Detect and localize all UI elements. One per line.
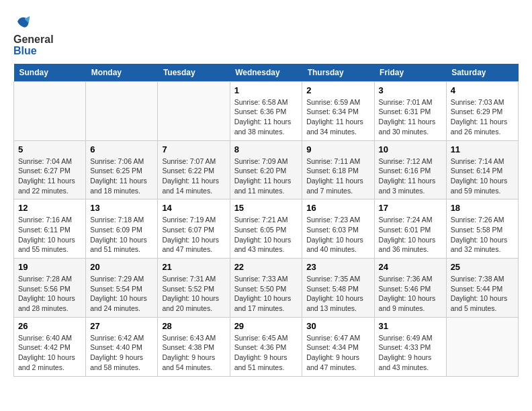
day-info: Sunrise: 7:06 AM Sunset: 6:25 PM Dayligh… xyxy=(90,156,153,196)
page-header: General Blue xyxy=(13,13,519,57)
day-number: 11 xyxy=(451,144,514,154)
day-info: Sunrise: 6:47 AM Sunset: 4:34 PM Dayligh… xyxy=(306,333,369,373)
calendar-cell: 22Sunrise: 7:33 AM Sunset: 5:50 PM Dayli… xyxy=(230,259,302,318)
day-info: Sunrise: 7:21 AM Sunset: 6:05 PM Dayligh… xyxy=(234,215,298,255)
day-info: Sunrise: 7:35 AM Sunset: 5:48 PM Dayligh… xyxy=(306,274,369,314)
day-number: 8 xyxy=(234,144,298,154)
day-info: Sunrise: 7:24 AM Sunset: 6:01 PM Dayligh… xyxy=(379,215,442,255)
day-number: 12 xyxy=(18,203,81,213)
day-info: Sunrise: 7:29 AM Sunset: 5:54 PM Dayligh… xyxy=(90,274,153,314)
calendar-cell: 28Sunrise: 6:43 AM Sunset: 4:38 PM Dayli… xyxy=(158,317,230,376)
logo-icon xyxy=(15,13,31,30)
calendar-cell: 25Sunrise: 7:38 AM Sunset: 5:44 PM Dayli… xyxy=(446,259,518,318)
calendar-week-3: 12Sunrise: 7:16 AM Sunset: 6:11 PM Dayli… xyxy=(14,199,519,259)
day-number: 25 xyxy=(451,262,514,272)
day-number: 30 xyxy=(306,321,369,331)
calendar-cell: 19Sunrise: 7:28 AM Sunset: 5:56 PM Dayli… xyxy=(14,259,86,318)
day-header-monday: Monday xyxy=(86,64,158,82)
calendar-week-4: 19Sunrise: 7:28 AM Sunset: 5:56 PM Dayli… xyxy=(14,259,519,318)
day-header-saturday: Saturday xyxy=(446,64,518,82)
calendar-cell: 18Sunrise: 7:26 AM Sunset: 5:58 PM Dayli… xyxy=(446,199,518,259)
day-number: 29 xyxy=(234,321,298,331)
calendar-cell: 7Sunrise: 7:07 AM Sunset: 6:22 PM Daylig… xyxy=(158,140,230,199)
day-info: Sunrise: 7:36 AM Sunset: 5:46 PM Dayligh… xyxy=(379,274,442,314)
calendar-cell: 20Sunrise: 7:29 AM Sunset: 5:54 PM Dayli… xyxy=(86,259,158,318)
logo: General Blue xyxy=(13,13,54,57)
day-info: Sunrise: 7:07 AM Sunset: 6:22 PM Dayligh… xyxy=(162,156,225,196)
day-info: Sunrise: 7:12 AM Sunset: 6:16 PM Dayligh… xyxy=(379,156,442,196)
calendar-week-2: 5Sunrise: 7:04 AM Sunset: 6:27 PM Daylig… xyxy=(14,140,519,199)
calendar-week-1: 1Sunrise: 6:58 AM Sunset: 6:36 PM Daylig… xyxy=(14,81,519,140)
calendar-cell: 1Sunrise: 6:58 AM Sunset: 6:36 PM Daylig… xyxy=(230,81,302,140)
day-number: 14 xyxy=(162,203,225,213)
day-info: Sunrise: 6:45 AM Sunset: 4:36 PM Dayligh… xyxy=(234,333,298,373)
day-number: 15 xyxy=(234,203,298,213)
day-number: 3 xyxy=(379,85,442,95)
day-number: 10 xyxy=(379,144,442,154)
day-number: 24 xyxy=(379,262,442,272)
day-number: 18 xyxy=(451,203,514,213)
calendar-cell: 17Sunrise: 7:24 AM Sunset: 6:01 PM Dayli… xyxy=(374,199,446,259)
calendar-cell: 16Sunrise: 7:23 AM Sunset: 6:03 PM Dayli… xyxy=(302,199,374,259)
day-number: 19 xyxy=(18,262,81,272)
day-info: Sunrise: 7:04 AM Sunset: 6:27 PM Dayligh… xyxy=(18,156,81,196)
day-info: Sunrise: 6:42 AM Sunset: 4:40 PM Dayligh… xyxy=(90,333,153,373)
day-number: 27 xyxy=(90,321,153,331)
day-number: 4 xyxy=(451,85,514,95)
day-info: Sunrise: 7:09 AM Sunset: 6:20 PM Dayligh… xyxy=(234,156,298,196)
calendar-cell: 29Sunrise: 6:45 AM Sunset: 4:36 PM Dayli… xyxy=(230,317,302,376)
day-info: Sunrise: 7:11 AM Sunset: 6:18 PM Dayligh… xyxy=(306,156,369,196)
calendar-cell: 3Sunrise: 7:01 AM Sunset: 6:31 PM Daylig… xyxy=(374,81,446,140)
calendar-cell: 8Sunrise: 7:09 AM Sunset: 6:20 PM Daylig… xyxy=(230,140,302,199)
calendar-cell: 6Sunrise: 7:06 AM Sunset: 6:25 PM Daylig… xyxy=(86,140,158,199)
calendar-cell: 5Sunrise: 7:04 AM Sunset: 6:27 PM Daylig… xyxy=(14,140,86,199)
calendar-cell: 30Sunrise: 6:47 AM Sunset: 4:34 PM Dayli… xyxy=(302,317,374,376)
day-info: Sunrise: 7:19 AM Sunset: 6:07 PM Dayligh… xyxy=(162,215,225,255)
day-info: Sunrise: 6:59 AM Sunset: 6:34 PM Dayligh… xyxy=(306,97,369,137)
day-info: Sunrise: 6:43 AM Sunset: 4:38 PM Dayligh… xyxy=(162,333,225,373)
day-info: Sunrise: 7:28 AM Sunset: 5:56 PM Dayligh… xyxy=(18,274,81,314)
calendar-cell: 14Sunrise: 7:19 AM Sunset: 6:07 PM Dayli… xyxy=(158,199,230,259)
calendar-cell: 12Sunrise: 7:16 AM Sunset: 6:11 PM Dayli… xyxy=(14,199,86,259)
day-info: Sunrise: 6:40 AM Sunset: 4:42 PM Dayligh… xyxy=(18,333,81,373)
calendar-cell: 10Sunrise: 7:12 AM Sunset: 6:16 PM Dayli… xyxy=(374,140,446,199)
day-number: 31 xyxy=(379,321,442,331)
calendar-cell xyxy=(86,81,158,140)
calendar-cell xyxy=(446,317,518,376)
day-number: 13 xyxy=(90,203,153,213)
logo-line1: General xyxy=(13,34,54,46)
calendar-cell: 21Sunrise: 7:31 AM Sunset: 5:52 PM Dayli… xyxy=(158,259,230,318)
calendar-cell: 31Sunrise: 6:49 AM Sunset: 4:33 PM Dayli… xyxy=(374,317,446,376)
calendar-cell: 13Sunrise: 7:18 AM Sunset: 6:09 PM Dayli… xyxy=(86,199,158,259)
calendar-cell xyxy=(158,81,230,140)
day-number: 20 xyxy=(90,262,153,272)
calendar-cell: 23Sunrise: 7:35 AM Sunset: 5:48 PM Dayli… xyxy=(302,259,374,318)
day-info: Sunrise: 7:38 AM Sunset: 5:44 PM Dayligh… xyxy=(451,274,514,314)
day-header-thursday: Thursday xyxy=(302,64,374,82)
day-info: Sunrise: 6:58 AM Sunset: 6:36 PM Dayligh… xyxy=(234,97,298,137)
day-header-sunday: Sunday xyxy=(14,64,86,82)
day-number: 2 xyxy=(306,85,369,95)
calendar-cell: 4Sunrise: 7:03 AM Sunset: 6:29 PM Daylig… xyxy=(446,81,518,140)
calendar-table: SundayMondayTuesdayWednesdayThursdayFrid… xyxy=(13,64,519,377)
day-number: 7 xyxy=(162,144,225,154)
calendar-cell: 2Sunrise: 6:59 AM Sunset: 6:34 PM Daylig… xyxy=(302,81,374,140)
calendar-week-5: 26Sunrise: 6:40 AM Sunset: 4:42 PM Dayli… xyxy=(14,317,519,376)
calendar-header-row: SundayMondayTuesdayWednesdayThursdayFrid… xyxy=(14,64,519,82)
logo-line2: Blue xyxy=(13,45,54,57)
day-info: Sunrise: 7:16 AM Sunset: 6:11 PM Dayligh… xyxy=(18,215,81,255)
calendar-cell: 15Sunrise: 7:21 AM Sunset: 6:05 PM Dayli… xyxy=(230,199,302,259)
day-number: 23 xyxy=(306,262,369,272)
calendar-cell: 27Sunrise: 6:42 AM Sunset: 4:40 PM Dayli… xyxy=(86,317,158,376)
day-info: Sunrise: 7:01 AM Sunset: 6:31 PM Dayligh… xyxy=(379,97,442,137)
day-info: Sunrise: 7:14 AM Sunset: 6:14 PM Dayligh… xyxy=(451,156,514,196)
day-info: Sunrise: 7:18 AM Sunset: 6:09 PM Dayligh… xyxy=(90,215,153,255)
day-info: Sunrise: 7:33 AM Sunset: 5:50 PM Dayligh… xyxy=(234,274,298,314)
day-number: 26 xyxy=(18,321,81,331)
day-info: Sunrise: 7:03 AM Sunset: 6:29 PM Dayligh… xyxy=(451,97,514,137)
day-number: 1 xyxy=(234,85,298,95)
day-number: 16 xyxy=(306,203,369,213)
calendar-cell: 26Sunrise: 6:40 AM Sunset: 4:42 PM Dayli… xyxy=(14,317,86,376)
day-info: Sunrise: 7:23 AM Sunset: 6:03 PM Dayligh… xyxy=(306,215,369,255)
day-info: Sunrise: 7:31 AM Sunset: 5:52 PM Dayligh… xyxy=(162,274,225,314)
